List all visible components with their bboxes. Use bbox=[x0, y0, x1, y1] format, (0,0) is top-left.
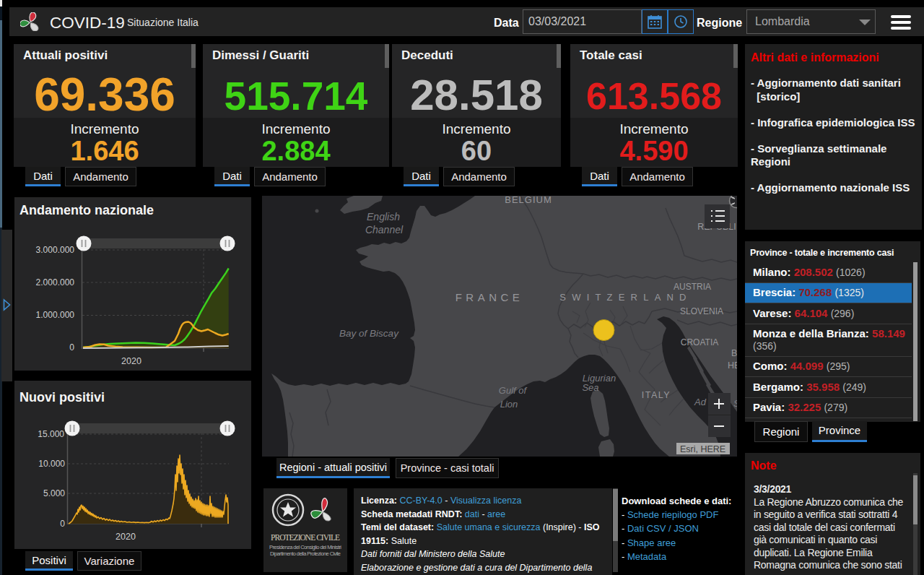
svg-text:Lion: Lion bbox=[500, 399, 518, 410]
svg-text:PROTEZIONE CIVILE: PROTEZIONE CIVILE bbox=[271, 533, 340, 542]
svg-text:Dipartimento della Protezione: Dipartimento della Protezione Civile bbox=[270, 550, 341, 557]
svg-text:2.000.000: 2.000.000 bbox=[36, 277, 75, 288]
svg-text:S: S bbox=[733, 398, 737, 409]
svg-text:10.000: 10.000 bbox=[38, 459, 65, 469]
svg-text:1.000.000: 1.000.000 bbox=[36, 310, 75, 320]
svg-text:Esri, HERE: Esri, HERE bbox=[680, 444, 725, 454]
svg-text:BELGIUM: BELGIUM bbox=[505, 196, 552, 205]
svg-text:2020: 2020 bbox=[121, 356, 141, 366]
svg-text:ITALY: ITALY bbox=[642, 390, 671, 400]
svg-text:3.000.000: 3.000.000 bbox=[36, 245, 75, 255]
svg-text:15.000: 15.000 bbox=[38, 429, 64, 439]
svg-text:Bay of Biscay: Bay of Biscay bbox=[339, 328, 399, 339]
svg-text:BO: BO bbox=[731, 348, 737, 358]
svg-text:Ad: Ad bbox=[694, 397, 707, 407]
svg-text:Gulf of: Gulf of bbox=[499, 385, 528, 396]
svg-text:0: 0 bbox=[69, 342, 74, 353]
svg-text:FRANCE: FRANCE bbox=[456, 291, 524, 303]
svg-text:CROATIA: CROATIA bbox=[681, 337, 718, 347]
svg-text:English: English bbox=[367, 211, 400, 222]
svg-text:Presidenza del Consiglio dei M: Presidenza del Consiglio dei Ministri bbox=[269, 544, 341, 550]
svg-text:5.000: 5.000 bbox=[43, 488, 65, 498]
svg-text:Channel: Channel bbox=[365, 224, 404, 235]
svg-text:Sea: Sea bbox=[582, 382, 598, 393]
svg-text:AUSTRIA: AUSTRIA bbox=[674, 282, 711, 292]
svg-text:SWITZERLAND: SWITZERLAND bbox=[559, 292, 692, 303]
svg-text:2020: 2020 bbox=[116, 532, 136, 542]
svg-text:SLOVENIA: SLOVENIA bbox=[680, 306, 723, 316]
svg-text:HE: HE bbox=[728, 360, 737, 371]
svg-text:0: 0 bbox=[60, 519, 65, 529]
